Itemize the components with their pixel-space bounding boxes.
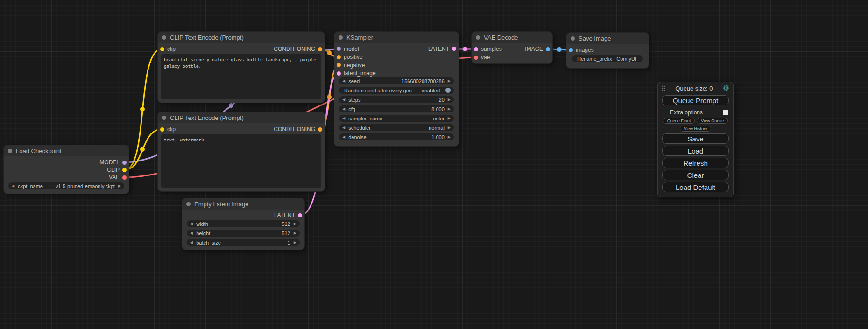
output-dot-clip[interactable] [122, 168, 127, 172]
increment-arrow-icon[interactable]: ▶ [294, 222, 296, 226]
input-dot-images[interactable] [569, 48, 573, 52]
input-label-model: model [344, 46, 359, 52]
comfyui-canvas[interactable]: { "colors": { "model": "#B39DDB", "clip"… [0, 0, 868, 329]
decrement-arrow-icon[interactable]: ◀ [342, 79, 345, 83]
link-midpoint-dot [327, 50, 332, 55]
view-history-button[interactable]: View History [680, 126, 712, 132]
positive-prompt-textarea[interactable]: beautiful scenery nature glass bottle la… [161, 54, 321, 99]
input-label-clip: clip [167, 46, 176, 52]
widget-filename-prefix[interactable]: filename_prefix ComfyUI [572, 55, 643, 62]
decrement-arrow-icon[interactable]: ◀ [342, 126, 345, 130]
decrement-arrow-icon[interactable]: ◀ [342, 116, 345, 120]
view-queue-button[interactable]: View Queue [697, 118, 728, 124]
increment-arrow-icon[interactable]: ▶ [448, 79, 451, 83]
output-dot-model[interactable] [122, 161, 127, 165]
node-ksampler[interactable]: KSampler model LATENT positive negative … [334, 32, 459, 146]
widget-random-seed-toggle[interactable]: Random seed after every gen enabled [339, 87, 454, 94]
widget-sampler-name[interactable]: ◀ sampler_name euler ▶ [339, 115, 454, 122]
widget-height[interactable]: ◀ height 512 ▶ [187, 230, 300, 237]
refresh-button[interactable]: Refresh [662, 158, 729, 168]
decrement-arrow-icon[interactable]: ◀ [342, 107, 345, 111]
input-dot-latent-image[interactable] [337, 71, 341, 76]
widget-scheduler[interactable]: ◀ scheduler normal ▶ [339, 124, 454, 131]
node-header[interactable]: Empty Latent Image [182, 198, 304, 210]
increment-arrow-icon[interactable]: ▶ [448, 135, 451, 139]
output-dot-conditioning[interactable] [318, 127, 322, 132]
queue-prompt-button[interactable]: Queue Prompt [662, 95, 729, 105]
output-dot-vae[interactable] [122, 175, 127, 180]
settings-gear-icon[interactable]: ⚙ [723, 84, 729, 92]
node-load-checkpoint[interactable]: Load Checkpoint MODEL CLIP VAE ◀ ckpt_na… [4, 145, 129, 194]
decrement-arrow-icon[interactable]: ◀ [190, 231, 193, 235]
decrement-arrow-icon[interactable]: ◀ [12, 184, 14, 188]
node-empty-latent-image[interactable]: Empty Latent Image LATENT ◀ width 512 ▶ … [182, 198, 304, 250]
node-header[interactable]: Load Checkpoint [4, 145, 129, 156]
decrement-arrow-icon[interactable]: ◀ [190, 222, 193, 226]
widget-seed[interactable]: ◀ seed 156680208700286 ▶ [339, 77, 454, 84]
node-header[interactable]: VAE Decode [472, 32, 552, 43]
widget-steps[interactable]: ◀ steps 20 ▶ [339, 96, 454, 103]
increment-arrow-icon[interactable]: ▶ [294, 231, 296, 235]
toggle-dot-icon[interactable] [445, 88, 451, 93]
input-dot-positive[interactable] [337, 55, 341, 59]
widget-label: height [196, 231, 210, 236]
input-dot-model[interactable] [337, 47, 341, 51]
negative-prompt-textarea[interactable]: text, watermark [161, 134, 321, 188]
increment-arrow-icon[interactable]: ▶ [294, 240, 296, 245]
output-dot-image[interactable] [546, 47, 550, 51]
widget-denoise[interactable]: ◀ denoise 1.000 ▶ [339, 133, 454, 140]
node-title: CLIP Text Encode (Prompt) [170, 114, 244, 121]
collapse-dot-icon[interactable] [162, 35, 166, 40]
clear-button[interactable]: Clear [662, 170, 729, 180]
drag-handle-icon[interactable] [662, 85, 665, 91]
output-label-conditioning: CONDITIONING [274, 46, 315, 52]
node-clip-text-encode-positive[interactable]: CLIP Text Encode (Prompt) clip CONDITION… [158, 32, 325, 103]
input-dot-vae[interactable] [474, 56, 478, 60]
collapse-dot-icon[interactable] [476, 35, 480, 40]
load-default-button[interactable]: Load Default [662, 182, 729, 192]
increment-arrow-icon[interactable]: ▶ [448, 126, 451, 130]
widget-cfg[interactable]: ◀ cfg 8.000 ▶ [339, 105, 454, 112]
increment-arrow-icon[interactable]: ▶ [118, 184, 121, 188]
link-midpoint-dot [463, 47, 467, 51]
input-dot-samples[interactable] [474, 47, 478, 51]
save-button[interactable]: Save [662, 133, 729, 144]
node-header[interactable]: Save Image [566, 33, 649, 44]
collapse-dot-icon[interactable] [8, 149, 12, 153]
collapse-dot-icon[interactable] [162, 116, 166, 120]
output-dot-latent[interactable] [452, 47, 456, 51]
decrement-arrow-icon[interactable]: ◀ [342, 98, 345, 102]
output-dot-conditioning[interactable] [318, 47, 322, 51]
widget-batch-size[interactable]: ◀ batch_size 1 ▶ [187, 239, 300, 246]
extra-options-checkbox[interactable] [723, 110, 728, 115]
collapse-dot-icon[interactable] [339, 35, 343, 40]
input-dot-clip[interactable] [160, 47, 164, 51]
collapse-dot-icon[interactable] [571, 36, 575, 41]
decrement-arrow-icon[interactable]: ◀ [342, 135, 345, 139]
decrement-arrow-icon[interactable]: ◀ [190, 240, 193, 245]
link-midpoint-dot [557, 47, 562, 52]
node-save-image[interactable]: Save Image images filename_prefix ComfyU… [566, 33, 649, 68]
output-dot-latent[interactable] [298, 213, 302, 217]
collapse-dot-icon[interactable] [186, 202, 191, 206]
widget-width[interactable]: ◀ width 512 ▶ [187, 220, 300, 227]
node-header[interactable]: CLIP Text Encode (Prompt) [158, 112, 325, 123]
input-label-latent-image: latent_image [344, 70, 376, 77]
input-label-samples: samples [481, 46, 502, 52]
increment-arrow-icon[interactable]: ▶ [448, 98, 451, 102]
node-vae-decode[interactable]: VAE Decode samples IMAGE vae [472, 32, 552, 63]
input-dot-negative[interactable] [337, 63, 341, 67]
increment-arrow-icon[interactable]: ▶ [448, 107, 451, 111]
node-header[interactable]: CLIP Text Encode (Prompt) [158, 32, 325, 43]
widget-label: filename_prefix [577, 56, 612, 62]
widget-label: batch_size [196, 240, 221, 245]
widget-ckpt-name[interactable]: ◀ ckpt_name v1-5-pruned-emaonly.ckpt ▶ [8, 182, 124, 189]
increment-arrow-icon[interactable]: ▶ [448, 116, 451, 120]
input-dot-clip[interactable] [160, 127, 164, 132]
node-clip-text-encode-negative[interactable]: CLIP Text Encode (Prompt) clip CONDITION… [158, 112, 325, 191]
queue-front-button[interactable]: Queue Front [663, 118, 695, 124]
widget-value: normal [429, 125, 445, 131]
load-button[interactable]: Load [662, 146, 729, 156]
node-title: VAE Decode [484, 34, 518, 41]
node-header[interactable]: KSampler [334, 32, 459, 43]
